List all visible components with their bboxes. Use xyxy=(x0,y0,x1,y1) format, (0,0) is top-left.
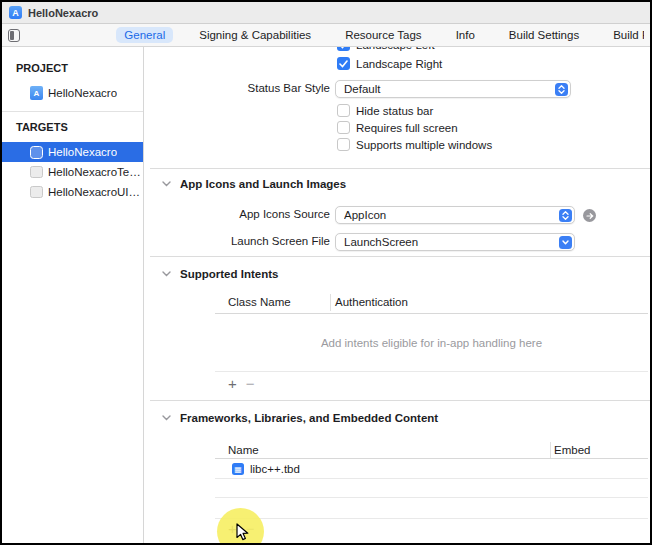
library-icon: ▦ xyxy=(232,463,244,475)
landscape-right-checkbox[interactable] xyxy=(337,57,350,70)
requires-full-screen-checkbox[interactable] xyxy=(337,121,350,134)
launch-screen-file-label: Launch Screen File xyxy=(144,235,330,247)
app-icons-source-popup[interactable]: AppIcon xyxy=(335,206,575,224)
column-header-embed: Embed xyxy=(554,444,590,456)
tab-build-settings[interactable]: Build Settings xyxy=(501,27,587,43)
add-intent-button[interactable]: + xyxy=(228,375,237,392)
sidebar-item-project[interactable]: A HelloNexacro xyxy=(2,83,143,103)
popup-stepper-icon xyxy=(559,209,572,222)
section-divider xyxy=(150,168,650,169)
section-title: Supported Intents xyxy=(180,268,278,280)
status-bar-style-popup[interactable]: Default xyxy=(335,80,571,98)
row-separator xyxy=(215,478,648,479)
window-title: HelloNexacro xyxy=(28,7,98,19)
launch-screen-file-combo[interactable]: LaunchScreen xyxy=(335,233,575,251)
xcode-window: A HelloNexacro General Signing & Capabil… xyxy=(0,0,652,545)
tab-strip: General Signing & Capabilities Resource … xyxy=(116,27,644,43)
remove-intent-button[interactable]: − xyxy=(246,375,255,392)
chevron-down-icon[interactable] xyxy=(162,271,171,277)
column-header-class-name: Class Name xyxy=(228,296,291,308)
intents-add-remove-buttons: + − xyxy=(228,375,255,392)
app-target-icon xyxy=(30,146,43,159)
row-separator xyxy=(215,497,648,498)
frameworks-section-header: Frameworks, Libraries, and Embedded Cont… xyxy=(162,412,438,424)
table-header-underline xyxy=(215,458,648,459)
tab-signing-capabilities[interactable]: Signing & Capabilities xyxy=(191,27,319,43)
sidebar-toggle-icon[interactable] xyxy=(8,29,20,42)
tab-info[interactable]: Info xyxy=(448,27,483,43)
checkbox-label: Landscape Left xyxy=(356,47,435,51)
general-settings-pane: Landscape Left Landscape Right Status Ba… xyxy=(144,47,650,543)
target-name: HelloNexacroUITe… xyxy=(48,186,143,198)
sidebar-item-target-tests[interactable]: HelloNexacroTests xyxy=(2,162,143,182)
app-icons-section-header: App Icons and Launch Images xyxy=(162,178,346,190)
landscape-left-checkbox[interactable] xyxy=(337,47,350,51)
hide-status-bar-checkbox[interactable] xyxy=(337,104,350,117)
tab-resource-tags[interactable]: Resource Tags xyxy=(337,27,430,43)
column-header-name: Name xyxy=(228,444,259,456)
test-target-icon xyxy=(30,186,43,198)
status-bar-style-label: Status Bar Style xyxy=(144,82,330,94)
tab-bar: General Signing & Capabilities Resource … xyxy=(2,24,650,47)
framework-row-libcpp[interactable]: ▦ libc++.tbd xyxy=(232,463,648,475)
project-file-icon: A xyxy=(30,86,43,100)
checkbox-label: Supports multiple windows xyxy=(356,139,492,151)
title-bar: A HelloNexacro xyxy=(2,2,650,24)
column-divider xyxy=(330,294,331,311)
sidebar-item-target-app[interactable]: HelloNexacro xyxy=(2,142,143,162)
project-sidebar: PROJECT A HelloNexacro TARGETS HelloNexa… xyxy=(2,47,144,543)
project-section-header: PROJECT xyxy=(2,62,143,74)
intents-empty-placeholder: Add intents eligible for in-app handling… xyxy=(215,337,648,349)
mouse-cursor xyxy=(236,523,251,543)
column-divider xyxy=(550,442,551,459)
sidebar-divider xyxy=(2,111,143,112)
landscape-right-row: Landscape Right xyxy=(337,57,442,70)
section-divider xyxy=(150,256,650,257)
sidebar-item-target-uitests[interactable]: HelloNexacroUITe… xyxy=(2,182,143,202)
section-title: App Icons and Launch Images xyxy=(180,178,346,190)
chevron-down-icon[interactable] xyxy=(162,415,171,421)
supported-intents-section-header: Supported Intents xyxy=(162,268,278,280)
tab-general[interactable]: General xyxy=(116,27,173,43)
supports-multiple-windows-row: Supports multiple windows xyxy=(337,138,492,151)
test-target-icon xyxy=(30,166,43,178)
target-name: HelloNexacro xyxy=(48,146,117,158)
tab-build-phases[interactable]: Build Phases xyxy=(605,27,644,43)
table-header-underline xyxy=(215,313,648,314)
chevron-down-icon[interactable] xyxy=(162,181,171,187)
supports-multiple-windows-checkbox[interactable] xyxy=(337,138,350,151)
table-bottom-line xyxy=(215,371,648,372)
combo-chevron-icon xyxy=(559,236,572,249)
framework-name: libc++.tbd xyxy=(250,463,300,475)
jump-arrow-button[interactable] xyxy=(583,209,596,222)
popup-value: Default xyxy=(344,83,555,95)
column-header-authentication: Authentication xyxy=(335,296,408,308)
combo-value: LaunchScreen xyxy=(344,236,559,248)
targets-section-header: TARGETS xyxy=(2,121,143,133)
checkbox-label: Requires full screen xyxy=(356,122,458,134)
requires-full-screen-row: Requires full screen xyxy=(337,121,458,134)
app-icon: A xyxy=(9,6,22,19)
landscape-left-row: Landscape Left xyxy=(337,47,435,51)
checkbox-label: Landscape Right xyxy=(356,58,442,70)
target-name: HelloNexacroTests xyxy=(48,166,143,178)
hide-status-bar-row: Hide status bar xyxy=(337,104,433,117)
row-separator xyxy=(215,518,648,519)
checkbox-label: Hide status bar xyxy=(356,105,433,117)
section-divider xyxy=(150,400,650,401)
section-title: Frameworks, Libraries, and Embedded Cont… xyxy=(180,412,438,424)
popup-stepper-icon xyxy=(555,83,568,96)
popup-value: AppIcon xyxy=(344,209,559,221)
project-name: HelloNexacro xyxy=(48,87,117,99)
app-icons-source-label: App Icons Source xyxy=(144,208,330,220)
